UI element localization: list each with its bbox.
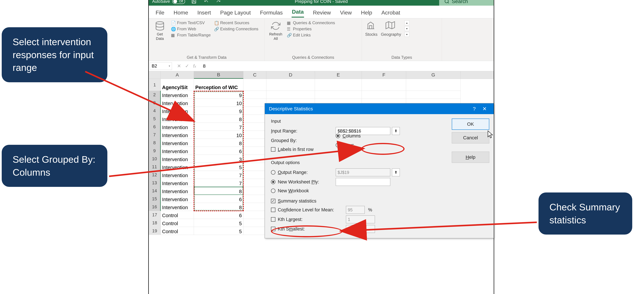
cell[interactable]: 10 <box>194 99 243 107</box>
row-header[interactable]: 1 <box>149 79 161 91</box>
kth-largest-field[interactable] <box>346 216 375 223</box>
col-header-b[interactable]: B <box>194 71 243 79</box>
tab-review[interactable]: Review <box>312 8 331 17</box>
cell[interactable]: Intervention <box>161 179 194 187</box>
cell[interactable]: Intervention <box>161 147 194 155</box>
cell[interactable] <box>243 139 266 147</box>
cell[interactable]: 8 <box>194 139 243 147</box>
dialog-titlebar[interactable]: Descriptive Statistics ? ✕ <box>265 103 494 114</box>
col-header-a[interactable]: A <box>161 71 194 79</box>
cell[interactable]: Intervention <box>161 131 194 139</box>
cell[interactable] <box>266 79 315 91</box>
tab-data[interactable]: Data <box>292 8 304 17</box>
cell[interactable]: 7 <box>194 171 243 179</box>
formula-input[interactable] <box>201 62 494 70</box>
undo-icon[interactable] <box>203 0 210 4</box>
row-header[interactable]: 5 <box>149 115 161 123</box>
stocks-button[interactable]: Stocks <box>365 20 378 37</box>
cell[interactable]: Control <box>161 211 194 219</box>
cell[interactable] <box>243 99 266 107</box>
cell[interactable]: Intervention <box>161 123 194 131</box>
chevron-up-icon[interactable]: ▴ <box>404 20 409 25</box>
cell[interactable] <box>243 91 266 99</box>
cell[interactable] <box>243 179 266 187</box>
row-header[interactable]: 11 <box>149 163 161 171</box>
cell[interactable] <box>243 163 266 171</box>
cell[interactable]: Intervention <box>161 155 194 163</box>
tab-file[interactable]: File <box>155 8 165 17</box>
row-header[interactable]: 9 <box>149 147 161 155</box>
tab-insert[interactable]: Insert <box>197 8 211 17</box>
cell[interactable]: 8 <box>194 203 243 211</box>
queries-connections[interactable]: ▦Queries & Connections <box>287 20 335 25</box>
cell[interactable]: 5 <box>194 219 243 227</box>
tab-view[interactable]: View <box>340 8 352 17</box>
cell[interactable]: 5 <box>194 163 243 171</box>
refresh-all-button[interactable]: Refresh All <box>268 20 284 41</box>
cell[interactable]: 6 <box>194 147 243 155</box>
edit-links[interactable]: 🔗Edit Links <box>287 33 335 37</box>
summary-statistics-checkbox[interactable]: Summary statistics <box>271 197 447 205</box>
geography-button[interactable]: Geography <box>381 20 401 37</box>
row-header[interactable]: 17 <box>149 211 161 219</box>
kth-smallest-checkbox[interactable]: Kth Smallest: <box>271 225 344 233</box>
cell[interactable] <box>406 79 461 91</box>
cancel-formula-icon[interactable]: ✕ <box>177 63 181 69</box>
autosave-toggle[interactable]: Off <box>172 0 185 4</box>
row-header[interactable]: 13 <box>149 179 161 187</box>
cell[interactable] <box>243 219 266 227</box>
redo-icon[interactable] <box>215 0 222 4</box>
select-all-corner[interactable] <box>149 71 161 79</box>
row-header[interactable]: 8 <box>149 139 161 147</box>
kth-smallest-field[interactable] <box>346 225 375 233</box>
data-types-scroll[interactable]: ▴ ▾ ▾ <box>404 20 410 37</box>
cell[interactable]: Perception of WIC <box>194 79 243 91</box>
grouped-columns-radio[interactable]: Columns <box>336 132 361 140</box>
cell[interactable]: Intervention <box>161 99 194 107</box>
properties[interactable]: ☰Properties <box>287 26 335 31</box>
range-selector-icon[interactable]: ⬆ <box>392 168 400 176</box>
cell[interactable]: 8 <box>194 187 243 195</box>
new-worksheet-field[interactable] <box>336 178 390 186</box>
enter-formula-icon[interactable]: ✓ <box>185 63 189 69</box>
cell[interactable]: 9 <box>194 107 243 115</box>
from-text-csv[interactable]: 📄From Text/CSV <box>171 20 211 25</box>
cell[interactable]: 7 <box>194 123 243 131</box>
row-header[interactable]: 14 <box>149 187 161 195</box>
cell[interactable] <box>243 115 266 123</box>
cell[interactable] <box>406 91 461 99</box>
cell[interactable]: 8 <box>194 115 243 123</box>
cell[interactable]: Intervention <box>161 203 194 211</box>
cell[interactable]: 6 <box>194 195 243 203</box>
cell[interactable]: Intervention <box>161 115 194 123</box>
cell[interactable]: Intervention <box>161 107 194 115</box>
range-selector-icon[interactable]: ⬆ <box>392 127 400 135</box>
cell[interactable] <box>243 187 266 195</box>
tab-help[interactable]: Help <box>360 8 372 17</box>
cell[interactable] <box>243 171 266 179</box>
cell[interactable]: Intervention <box>161 187 194 195</box>
new-worksheet-radio[interactable]: New Worksheet Ply: <box>271 178 334 186</box>
cell[interactable] <box>362 79 406 91</box>
name-box[interactable]: B2▾ <box>150 62 172 70</box>
tab-acrobat[interactable]: Acrobat <box>381 8 400 17</box>
row-header[interactable]: 18 <box>149 219 161 227</box>
cell[interactable] <box>315 91 362 99</box>
from-web[interactable]: 🌐From Web <box>171 26 211 31</box>
cell[interactable]: Agency/Sit <box>161 79 194 91</box>
cell[interactable]: Intervention <box>161 139 194 147</box>
cell[interactable] <box>243 195 266 203</box>
confidence-level-field[interactable] <box>346 206 365 214</box>
row-header[interactable]: 19 <box>149 227 161 235</box>
cell[interactable] <box>243 123 266 131</box>
row-header[interactable]: 6 <box>149 123 161 131</box>
cell[interactable] <box>243 131 266 139</box>
existing-connections[interactable]: 🔗Existing Connections <box>214 26 258 31</box>
tab-formulas[interactable]: Formulas <box>260 8 283 17</box>
cell[interactable]: Intervention <box>161 91 194 99</box>
output-range-field[interactable] <box>336 168 390 176</box>
cell[interactable]: Control <box>161 227 194 235</box>
col-header-c[interactable]: C <box>243 71 266 79</box>
cell[interactable] <box>243 155 266 163</box>
recent-sources[interactable]: 📋Recent Sources <box>214 20 258 25</box>
